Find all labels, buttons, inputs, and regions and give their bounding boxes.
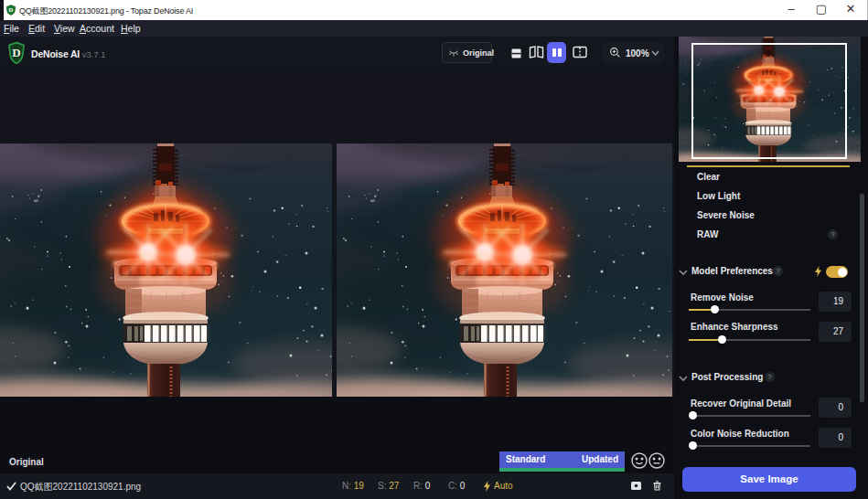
svg-text:D: D	[12, 46, 20, 59]
svg-text:D: D	[9, 6, 14, 13]
